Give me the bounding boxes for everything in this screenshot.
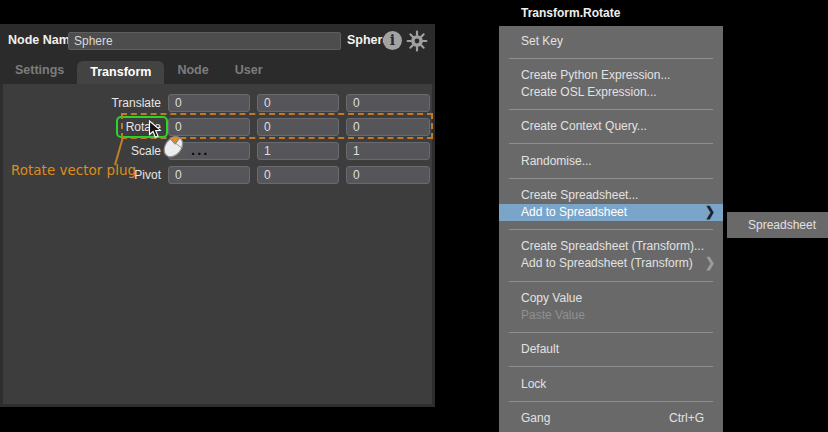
menu-item-set-key[interactable]: Set Key [499,33,723,50]
menu-item-copy-value[interactable]: Copy Value [499,290,723,307]
menu-item-create-python-expression[interactable]: Create Python Expression... [499,67,723,84]
context-submenu: Spreadsheet [727,212,828,238]
menu-item-gang[interactable]: GangCtrl+G [499,410,723,427]
node-name-label: Node Name [8,24,77,57]
menu-item-create-context-query[interactable]: Create Context Query... [499,118,723,135]
param-field-translate-2[interactable]: 0 [346,94,430,112]
tab-user[interactable]: User [222,57,276,84]
menu-separator [509,229,713,230]
context-menu-title: Transform.Rotate [499,0,723,26]
param-field-pivot-2[interactable]: 0 [346,166,430,184]
transform-parameters: Translate000Rotate000Scale...11Pivot000 … [0,84,435,407]
menu-separator [509,109,713,110]
param-field-pivot-0[interactable]: 0 [168,166,250,184]
tab-transform[interactable]: Transform [77,61,164,84]
param-field-translate-1[interactable]: 0 [257,94,339,112]
menu-separator [509,178,713,179]
submenu-arrow-icon: ❯ [705,203,715,222]
param-field-scale-1[interactable]: 1 [257,142,339,160]
param-label-scale: Scale [3,142,165,160]
menu-separator [509,366,713,367]
tab-settings[interactable]: Settings [2,57,77,84]
param-row-scale: Scale...11 [3,142,430,160]
node-name-input[interactable] [68,32,341,50]
param-field-translate-0[interactable]: 0 [168,94,250,112]
menu-item-create-osl-expression[interactable]: Create OSL Expression... [499,84,723,101]
menu-item-add-to-spreadsheet-transform[interactable]: Add to Spreadsheet (Transform)❯ [499,255,723,272]
menu-separator [509,143,713,144]
parameter-panel: Node Name Sphere i SettingsTran [0,24,435,407]
param-label-translate: Translate [3,94,165,112]
param-field-rotate-2[interactable]: 0 [346,118,430,136]
submenu-arrow-icon: ❯ [705,255,715,274]
param-field-rotate-1[interactable]: 0 [257,118,339,136]
tab-bar: SettingsTransformNodeUser [0,57,435,84]
submenu-item-spreadsheet[interactable]: Spreadsheet [748,212,828,238]
menu-shortcut: Ctrl+G [669,410,704,427]
menu-item-default[interactable]: Default [499,341,723,358]
menu-item-lock[interactable]: Lock [499,376,723,393]
param-field-rotate-0[interactable]: 0 [168,118,250,136]
menu-separator [509,401,713,402]
param-field-scale-0[interactable]: ... [168,142,250,160]
menu-item-create-spreadsheet[interactable]: Create Spreadsheet... [499,187,723,204]
annotation-text: Rotate vector plug [11,162,136,178]
menu-item-create-spreadsheet-transform[interactable]: Create Spreadsheet (Transform)... [499,238,723,255]
menu-separator [509,58,713,59]
param-row-rotate: Rotate000 [3,118,430,136]
menu-item-paste-value: Paste Value [499,307,723,324]
context-menu: Transform.Rotate Set KeyCreate Python Ex… [499,0,723,432]
menu-item-add-to-spreadsheet[interactable]: Add to Spreadsheet❯ [499,204,723,221]
menu-separator [509,281,713,282]
menu-separator [509,332,713,333]
panel-header: Node Name Sphere i [0,24,435,57]
gear-icon[interactable] [406,30,428,56]
param-label-rotate: Rotate [3,118,165,136]
tab-node[interactable]: Node [164,57,221,84]
param-field-pivot-1[interactable]: 0 [257,166,339,184]
info-icon[interactable]: i [383,31,402,50]
rotate-label-green-highlight [116,116,168,138]
param-field-scale-2[interactable]: 1 [346,142,430,160]
param-row-translate: Translate000 [3,94,430,112]
menu-item-randomise[interactable]: Randomise... [499,153,723,170]
